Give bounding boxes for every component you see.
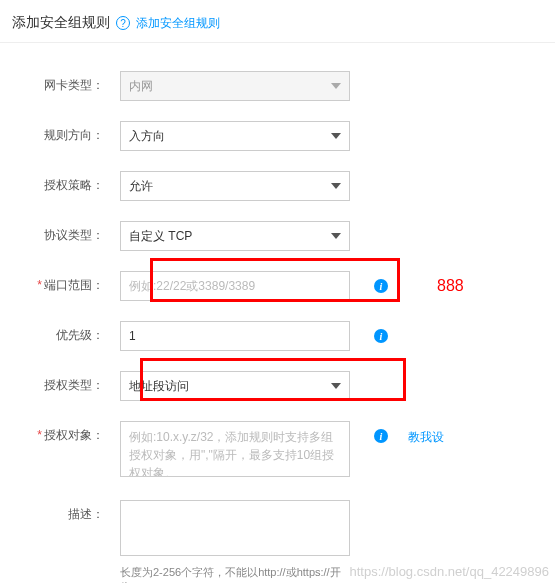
chevron-down-icon — [331, 183, 341, 189]
teach-me-link[interactable]: 教我设 — [408, 429, 444, 446]
policy-select[interactable]: 允许 — [120, 171, 350, 201]
policy-label: 授权策略： — [10, 171, 104, 194]
watermark: https://blog.csdn.net/qq_42249896 — [350, 564, 550, 579]
description-input[interactable] — [120, 500, 350, 556]
priority-input[interactable] — [120, 321, 350, 351]
protocol-label: 协议类型： — [10, 221, 104, 244]
info-icon[interactable]: i — [374, 429, 388, 443]
auth-type-label: 授权类型： — [10, 371, 104, 394]
nic-type-value: 内网 — [129, 78, 153, 95]
nic-type-select: 内网 — [120, 71, 350, 101]
info-icon[interactable]: i — [374, 279, 388, 293]
help-link[interactable]: 添加安全组规则 — [136, 15, 220, 32]
description-hint: 长度为2-256个字符，不能以http://或https://开头。 — [120, 565, 350, 583]
chevron-down-icon — [331, 383, 341, 389]
info-icon[interactable]: i — [374, 329, 388, 343]
security-rule-form: 网卡类型： 内网 规则方向： 入方向 授权策略： 允许 协议类型： — [0, 43, 555, 583]
auth-object-label: *授权对象： — [10, 421, 104, 444]
auth-type-value: 地址段访问 — [129, 378, 189, 395]
chevron-down-icon — [331, 233, 341, 239]
protocol-value: 自定义 TCP — [129, 228, 192, 245]
page-title: 添加安全组规则 — [12, 14, 110, 32]
direction-label: 规则方向： — [10, 121, 104, 144]
direction-select[interactable]: 入方向 — [120, 121, 350, 151]
auth-object-input[interactable] — [120, 421, 350, 477]
direction-value: 入方向 — [129, 128, 165, 145]
chevron-down-icon — [331, 133, 341, 139]
chevron-down-icon — [331, 83, 341, 89]
nic-type-label: 网卡类型： — [10, 71, 104, 94]
priority-label: 优先级： — [10, 321, 104, 344]
protocol-select[interactable]: 自定义 TCP — [120, 221, 350, 251]
description-label: 描述： — [10, 500, 104, 523]
help-icon: ? — [116, 16, 130, 30]
annotation-port: 888 — [437, 277, 464, 295]
port-input[interactable] — [120, 271, 350, 301]
policy-value: 允许 — [129, 178, 153, 195]
auth-type-select[interactable]: 地址段访问 — [120, 371, 350, 401]
port-label: *端口范围： — [10, 271, 104, 294]
